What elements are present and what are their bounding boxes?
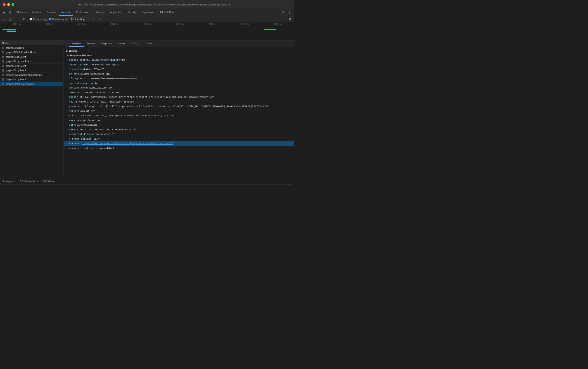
- tab-elements[interactable]: Elements: [14, 9, 30, 16]
- maximize-button[interactable]: [11, 3, 14, 6]
- tick-6000: 6000 ms: [163, 23, 196, 25]
- general-section-header[interactable]: ▶ General: [64, 49, 294, 53]
- tab-sources[interactable]: Sources: [44, 9, 59, 16]
- tab-network[interactable]: Network: [59, 9, 73, 16]
- settings-gear-icon[interactable]: ⚙: [288, 17, 292, 21]
- header-row-9: nel: {"report_to":"cf-nel","max_age":604…: [64, 100, 294, 104]
- record-button[interactable]: ●: [2, 17, 6, 21]
- header-value-0: true: [119, 58, 125, 62]
- request-name-5: graphql?LogEvent: [6, 69, 26, 72]
- header-name-10: report-to: [69, 105, 82, 108]
- header-colon-19: :: [93, 146, 95, 150]
- tab-security[interactable]: Security: [125, 9, 139, 16]
- tick-8000: 8000 ms: [229, 23, 261, 25]
- minimize-button[interactable]: [7, 3, 10, 6]
- header-name-15: vary: [69, 128, 75, 132]
- header-colon-17: :: [91, 137, 93, 141]
- header-colon-12: :: [106, 114, 108, 118]
- close-button[interactable]: [3, 3, 6, 6]
- status-requests: 9 requests: [3, 180, 14, 183]
- header-value-10: {"endpoints":[{"url":"https:\/\/a.nel.cl…: [85, 105, 268, 108]
- general-arrow-icon: ▶: [66, 50, 68, 52]
- more-icon[interactable]: ⋮: [286, 10, 292, 15]
- filter-icon[interactable]: ☴: [16, 17, 20, 21]
- details-tab-preview[interactable]: Preview: [84, 41, 98, 47]
- tab-adblock[interactable]: Adblock Plus: [157, 9, 177, 16]
- response-headers-section-header[interactable]: ▼ Response Headers: [64, 53, 294, 58]
- header-row-7: date: Fri, 26 Mar 2021 14:24:08 GMT: [64, 90, 294, 95]
- header-colon-13: :: [75, 119, 77, 123]
- header-row-18[interactable]: x-trace: https://sourcegraph.com/-/debug…: [64, 141, 294, 146]
- header-value-19: 1; mode=block: [95, 146, 115, 150]
- tab-console[interactable]: Console: [30, 9, 44, 16]
- status-resources: 143 kB resc: [43, 180, 56, 183]
- details-close-button[interactable]: ✕: [64, 41, 69, 47]
- header-row-4: cf-request-id: 091084db340000309ee086200…: [64, 76, 294, 81]
- tab-memory[interactable]: Memory: [93, 9, 108, 16]
- header-value-9: {"report_to":"cf-nel","max_age":604800}: [76, 100, 134, 104]
- header-name-17: x-frame-options: [69, 137, 91, 141]
- tick-5000: 5000 ms: [131, 23, 163, 25]
- preserve-log-label: Preserve log: [33, 18, 47, 20]
- window-title: DevTools - sourcegraph.com/github.com/so…: [17, 3, 291, 6]
- header-value-16: nosniff: [104, 133, 115, 136]
- request-name-8: graphql?StatusMessages: [6, 83, 34, 85]
- tab-bar: ▶ ▣ Elements Console Sources Network Per…: [0, 9, 294, 16]
- cursor-icon[interactable]: ▶: [1, 10, 7, 15]
- network-toolbar: ● ◯ ☴ ⚲ Preserve log Disable cache No th…: [0, 16, 294, 22]
- timeline-bar-blue: [7, 31, 16, 32]
- request-item-4[interactable]: graphql?LogEvent: [0, 64, 63, 68]
- tab-lighthouse[interactable]: Lighthouse: [139, 9, 157, 16]
- clear-button[interactable]: ◯: [8, 17, 12, 21]
- tab-performance[interactable]: Performance: [73, 9, 93, 16]
- request-item-3[interactable]: graphql?LogUserEvent: [0, 59, 63, 64]
- header-name-7: date: [69, 91, 75, 95]
- details-tab-initiator[interactable]: Initiator: [115, 41, 128, 47]
- details-tab-headers[interactable]: Headers: [69, 41, 84, 47]
- header-value-15: Cookie, Authorization, X-Requested-With: [77, 128, 136, 132]
- search-icon[interactable]: ⚲: [22, 17, 26, 21]
- request-item-0[interactable]: graphql?Ranges: [0, 45, 63, 50]
- header-value-18[interactable]: https://sourcegraph.com/-/debug/jaeger/t…: [82, 142, 173, 145]
- tick-7000: 7000 ms: [196, 23, 228, 25]
- preserve-log-checkbox-label[interactable]: Preserve log: [30, 18, 47, 20]
- request-item-7[interactable]: graphql?LogEvent: [0, 77, 63, 82]
- header-name-13: vary: [69, 119, 75, 123]
- details-tab-timing[interactable]: Timing: [128, 41, 141, 47]
- disable-cache-checkbox[interactable]: [49, 18, 51, 20]
- tick-9000: 9000 ms: [261, 23, 294, 25]
- disable-cache-checkbox-label[interactable]: Disable cache: [49, 18, 68, 20]
- request-item-1[interactable]: graphql?DefinitionAndHover: [0, 50, 63, 55]
- preserve-log-checkbox[interactable]: [30, 18, 32, 20]
- header-colon-4: :: [88, 77, 90, 81]
- request-type-icon-8: [2, 83, 4, 85]
- header-colon-7: :: [75, 91, 77, 95]
- inspect-icon[interactable]: ▣: [8, 10, 13, 15]
- header-row-1: cache-control: no-cache, max-age=0: [64, 62, 294, 67]
- details-tab-cookies[interactable]: Cookies: [141, 41, 156, 47]
- throttle-select[interactable]: No throttling: [70, 17, 89, 21]
- timeline-bar-green2: [264, 29, 276, 30]
- tick-2000: 2000 ms: [33, 23, 65, 25]
- settings-icon[interactable]: ⚙: [280, 10, 286, 15]
- request-item-2[interactable]: graphql?LogEvent: [0, 55, 63, 59]
- tab-application[interactable]: Application: [108, 9, 125, 16]
- name-column-header: Name: [2, 42, 9, 44]
- request-name-0: graphql?Ranges: [6, 46, 24, 49]
- header-colon-2: :: [91, 67, 93, 71]
- header-value-3: 63610a71ec14309e-ORD: [80, 72, 110, 76]
- header-value-13: Accept-Encoding: [77, 119, 100, 123]
- header-row-0: access-control-allow-credentials: true: [64, 58, 294, 62]
- details-tab-response[interactable]: Response: [98, 41, 115, 47]
- import-icon[interactable]: ⇧: [91, 17, 95, 21]
- request-type-icon-7: [2, 78, 4, 81]
- devtools-controls: ▶ ▣: [1, 9, 13, 16]
- status-transferred: 10.7 kB transferred: [18, 180, 39, 183]
- request-item-8[interactable]: graphql?StatusMessages: [0, 82, 63, 86]
- header-name-14: vary: [69, 123, 75, 127]
- export-icon[interactable]: ⇩: [97, 17, 101, 21]
- header-value-1: no-cache, max-age=0: [91, 63, 119, 67]
- header-name-8: expect-ct: [69, 95, 82, 99]
- request-item-6[interactable]: graphql?ResolveRawRepoName: [0, 73, 63, 77]
- request-item-5[interactable]: graphql?LogEvent: [0, 68, 63, 73]
